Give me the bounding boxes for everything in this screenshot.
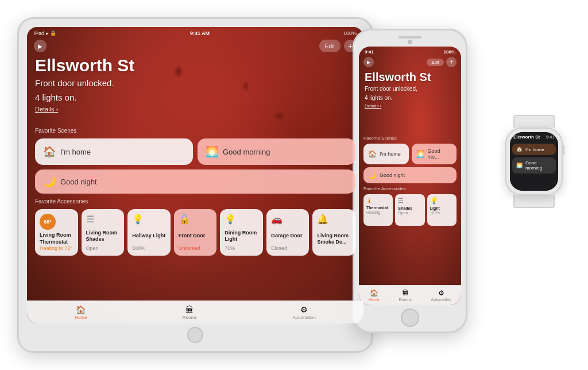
ipad-light-icon: 💡 — [132, 214, 166, 225]
iphone-rooms-tab-label: Rooms — [399, 298, 412, 302]
ipad-acc-thermostat[interactable]: 68° Living Room Thermostat Heating to 72… — [35, 209, 78, 256]
iphone-camera — [408, 40, 412, 44]
ipad-scene-home-icon: 🏠 — [43, 145, 56, 158]
watch-tile-morning[interactable]: 🌅 Good morning — [512, 157, 556, 174]
iphone-tab-home[interactable]: 🏠 Home — [369, 289, 380, 302]
iphone-automation-tab-label: Automation — [431, 298, 451, 302]
iphone-tabbar: 🏠 Home 🏛 Rooms ⚙ Automation — [359, 285, 461, 305]
iphone-header: ▶ Edit + — [363, 57, 457, 67]
ipad-edit-button[interactable]: Edit — [319, 40, 341, 52]
iphone-scene-night[interactable]: 🌙 Good night — [363, 167, 457, 183]
iphone-home-tab-icon: 🏠 — [370, 289, 378, 297]
iphone-screen: 9:41 100% ▶ Edit + Ellsworth St Front do… — [359, 47, 461, 305]
ipad-scenes-label: Favorite Scenes — [35, 128, 355, 134]
ipad-accessories-label: Favorite Accessories — [35, 198, 355, 205]
ipad-acc-shades[interactable]: ☰ Living Room Shades Open — [82, 209, 125, 256]
ipad-tab-automation[interactable]: ⚙ Automation — [292, 305, 315, 320]
iphone-tab-automation[interactable]: ⚙ Automation — [431, 289, 451, 302]
ipad-statusbar: iPad ▸ 🔒 9:41 AM 100% — [27, 27, 363, 40]
ipad-title-area: Ellsworth St Front door unlocked. 4 ligh… — [35, 56, 134, 113]
iphone-home-button[interactable] — [401, 309, 419, 327]
ipad-details-link[interactable]: Details › — [35, 106, 134, 113]
iphone-clock: 9:41 — [365, 49, 374, 55]
ipad-acc-smoke[interactable]: 🔔 Living Room Smoke De... — [312, 209, 355, 256]
ipad-dining-light-icon: 💡 — [225, 214, 258, 225]
iphone-accessories-label: Favorite Accessories — [363, 186, 457, 191]
ipad-acc-dining-light[interactable]: 💡 Dining Room Light 70% — [220, 209, 263, 256]
iphone-tab-rooms[interactable]: 🏛 Rooms — [399, 289, 412, 302]
ipad-home-button[interactable] — [187, 327, 203, 343]
iphone-scene-home[interactable]: 🏠 I'm home — [363, 144, 409, 164]
ipad-smoke-icon: 🔔 — [317, 214, 351, 225]
iphone-scene-morning[interactable]: 🌅 Good mo... — [412, 144, 457, 164]
ipad-scene-tile-night[interactable]: 🌙 Good night — [35, 169, 355, 194]
ipad-acc-garage[interactable]: 🚗 Garage Door Closed — [266, 209, 310, 256]
ipad-automation-tab-label: Automation — [292, 315, 315, 320]
ipad-scene-home-label: I'm home — [60, 148, 91, 156]
ipad-acc-thermostat-title: Living Room Thermostat — [40, 232, 74, 245]
ipad-screen: iPad ▸ 🔒 9:41 AM 100% ▶ Edit + Ellsworth… — [27, 27, 363, 323]
iphone-morning-scene-label: Good mo... — [428, 148, 452, 160]
ipad-acc-shades-status: Open — [86, 245, 120, 251]
ipad-tabbar: 🏠 Home 🏛 Rooms ⚙ Automation — [27, 300, 363, 323]
ipad-acc-door-title: Front Door — [179, 233, 212, 240]
iphone-automation-tab-icon: ⚙ — [438, 289, 444, 297]
ipad-plus-button[interactable]: + — [344, 40, 357, 52]
iphone-acc-light-status: 100% — [430, 211, 454, 215]
ipad-header-actions: Edit + — [319, 40, 357, 52]
ipad-tab-home[interactable]: 🏠 Home — [75, 305, 87, 320]
ipad-device: iPad ▸ 🔒 9:41 AM 100% ▶ Edit + Ellsworth… — [17, 17, 373, 353]
ipad-scene-tile-home[interactable]: 🏠 I'm home — [35, 138, 193, 165]
ipad-scene-morning-label: Good morning — [223, 148, 270, 156]
ipad-tab-rooms[interactable]: 🏛 Rooms — [183, 305, 197, 320]
iphone-acc-shades[interactable]: ☰ Shades Open — [395, 194, 424, 226]
ipad-scene-night-label: Good night — [60, 178, 97, 186]
watch-body: Ellsworth St 9:41 🏠 I'm home 🌅 Good morn… — [505, 128, 563, 195]
watch-header: Ellsworth St 9:41 — [513, 134, 555, 140]
iphone-header-right: Edit + — [427, 57, 457, 67]
ipad-acc-front-door[interactable]: 🔓 Front Door Unlocked — [174, 209, 217, 256]
watch-screen: Ellsworth St 9:41 🏠 I'm home 🌅 Good morn… — [510, 132, 558, 191]
ipad-home-name: Ellsworth St — [35, 56, 134, 75]
iphone-acc-thermostat-title: Thermostat — [366, 205, 390, 210]
ipad-acc-garage-status: Closed — [271, 245, 305, 251]
ipad-rooms-tab-label: Rooms — [183, 315, 197, 320]
iphone-home-scene-label: I'm home — [380, 151, 401, 157]
iphone-acc-shades-status: Open — [398, 211, 421, 215]
ipad-home-tab-label: Home — [75, 315, 87, 320]
iphone-scenes-label: Favorite Scenes — [363, 136, 457, 141]
watch-time: 9:41 — [546, 134, 555, 140]
iphone-plus-button[interactable]: + — [446, 57, 457, 67]
iphone-morning-scene-icon: 🌅 — [416, 150, 425, 158]
iphone-speaker — [399, 36, 421, 38]
scene: iPad ▸ 🔒 9:41 AM 100% ▶ Edit + Ellsworth… — [0, 0, 588, 370]
watch-home-name: Ellsworth St — [513, 134, 540, 140]
ipad-location-icon[interactable]: ▶ — [34, 40, 47, 52]
watch-band-bottom — [513, 195, 555, 208]
ipad-scenes-row: 🏠 I'm home 🌅 Good morning — [35, 138, 355, 165]
ipad-accessories-row: 68° Living Room Thermostat Heating to 72… — [35, 209, 355, 256]
iphone-content: Favorite Scenes 🏠 I'm home 🌅 Good mo... … — [359, 136, 461, 285]
watch-tile-home[interactable]: 🏠 I'm home — [512, 144, 556, 155]
ipad-clock: 9:41 AM — [190, 30, 210, 36]
iphone-subtitle-2: 4 lights on. — [365, 94, 431, 102]
iphone-acc-light[interactable]: 💡 Light 100% — [427, 194, 457, 226]
ipad-scene-tile-morning[interactable]: 🌅 Good morning — [198, 138, 355, 165]
iphone-home-scene-icon: 🏠 — [368, 150, 377, 158]
ipad-shades-icon: ☰ — [86, 214, 120, 225]
watch-crown[interactable] — [562, 145, 564, 155]
iphone-title-area: Ellsworth St Front door unlocked, 4 ligh… — [365, 71, 431, 109]
iphone-acc-shades-title: Shades — [398, 206, 421, 211]
ipad-acc-garage-title: Garage Door — [271, 233, 305, 240]
iphone-details-link[interactable]: Details › — [365, 103, 431, 109]
iphone-acc-thermostat[interactable]: 🌡 Thermostat Heating — [363, 194, 393, 226]
iphone-location-icon[interactable]: ▶ — [363, 57, 374, 67]
iphone-edit-button[interactable]: Edit — [427, 59, 444, 66]
iphone-acc-light-title: Light — [430, 206, 454, 211]
ipad-battery: 100% — [343, 30, 357, 36]
ipad-header: ▶ Edit + — [34, 40, 357, 52]
ipad-acc-hallway-light[interactable]: 💡 Hallway Light 100% — [127, 209, 171, 256]
iphone-accessories-row: 🌡 Thermostat Heating ☰ Shades Open 💡 Lig… — [363, 194, 457, 226]
ipad-acc-smoke-title: Living Room Smoke De... — [317, 233, 351, 246]
iphone-light-icon: 💡 — [430, 197, 454, 205]
